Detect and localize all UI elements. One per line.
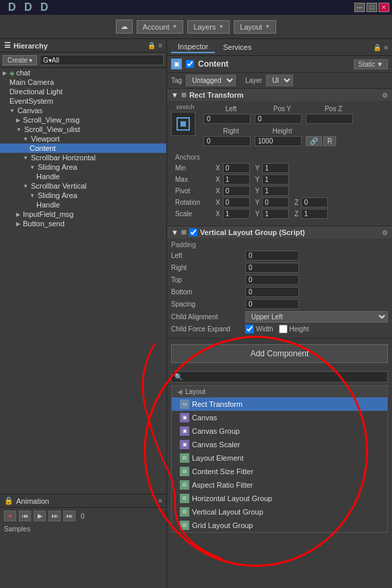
right-field[interactable] [203,136,251,146]
height-col-label: Height [259,127,306,135]
component-icon: ▣ [171,59,182,69]
padding-left-input[interactable] [245,251,299,261]
constraint-button[interactable]: 🔗 [306,136,322,146]
lock-icon[interactable]: 🔒 [148,42,156,49]
menu-icon[interactable]: ≡ [158,42,162,49]
pos-z-field[interactable] [306,114,353,124]
hierarchy-item-canvas[interactable]: ▼ Canvas [0,106,166,115]
rot-z-field[interactable] [301,197,328,207]
layout-dropdown[interactable]: Layout ▼ [234,20,276,34]
account-dropdown[interactable]: Account ▼ [137,20,184,34]
comp-item-canvas-scaler[interactable]: ▣ Canvas Scaler [172,438,387,451]
hierarchy-item-scrollbar-vertical[interactable]: ▼ Scrollbar Vertical [0,181,166,191]
child-alignment-row: Child Alignment Upper Left Upper Center … [171,311,388,323]
component-search-input[interactable] [185,372,387,382]
hierarchy-item-chat[interactable]: ▶ ◈ chat [0,68,166,77]
maximize-button[interactable]: □ [366,3,377,12]
anim-play-button[interactable]: ▶ [34,511,46,521]
minimize-button[interactable]: — [354,3,365,12]
hierarchy-item-directional-light[interactable]: Directional Light [0,87,166,96]
tag-label: Tag [171,77,182,84]
comp-item-layout-element[interactable]: ⊟ Layout Element [172,451,387,465]
min-x-field[interactable] [223,163,250,173]
tab-inspector[interactable]: Inspector [171,41,215,53]
padding-right-input[interactable] [245,263,299,273]
close-button[interactable]: ✕ [379,3,389,12]
vlg-enabled-checkbox[interactable] [189,228,197,236]
r-button[interactable]: R [323,136,336,146]
inspector-tabs: Inspector Services [171,41,258,53]
lock-anim-icon[interactable]: 🔒 [4,496,13,505]
add-component-button[interactable]: Add Component [171,344,388,363]
max-x-field[interactable] [223,174,250,185]
left-field[interactable] [203,114,251,124]
width-checkbox[interactable] [245,325,254,333]
comp-item-horizontal-layout-group[interactable]: ⊟ Horizontal Layout Group [172,492,387,505]
account-arrow-icon: ▼ [172,24,177,30]
hierarchy-item-scrollbar-horizontal[interactable]: ▼ Scrollbar Horizontal [0,153,166,162]
hierarchy-item-sliding-area-v[interactable]: ▼ Sliding Area [0,191,166,200]
anim-next-button[interactable]: ⏭ [63,511,75,521]
child-force-expand-label: Child Force Expand [171,325,245,333]
rt-settings-icon[interactable]: ⚙ [382,92,388,99]
layout-section-header[interactable]: ◀ Layout [172,386,387,397]
rect-transform-header[interactable]: ▼ ⊞ Rect Transform ⚙ [167,89,392,101]
pivot-x-field[interactable] [223,186,250,196]
scale-z-field[interactable] [301,209,328,219]
scale-x-field[interactable] [223,209,250,219]
comp-item-content-size-fitter[interactable]: ⊟ Content Size Fitter [172,465,387,478]
vlg-grid-icon: ⊞ [181,229,187,236]
tag-dropdown[interactable]: Untagged [186,75,236,86]
anim-prev-button[interactable]: ⏮ [19,511,31,521]
child-alignment-dropdown[interactable]: Upper Left Upper Center Upper Right [245,311,388,323]
min-y-field[interactable] [262,163,289,173]
hierarchy-item-content[interactable]: Content [0,143,166,153]
padding-bottom-input[interactable] [245,287,299,297]
inspector-menu-icon[interactable]: ≡ [384,44,388,51]
hierarchy-search[interactable] [40,55,164,65]
cloud-button[interactable]: ☁ [116,20,133,34]
rot-y-field[interactable] [262,197,289,207]
anim-menu-icon[interactable]: ≡ [158,497,162,504]
vlg-settings-icon[interactable]: ⚙ [382,229,388,236]
layer-dropdown[interactable]: UI [266,75,293,86]
anim-step-button[interactable]: ⏭ [48,511,61,521]
hierarchy-item-scroll-view-ulist[interactable]: ▼ Scroll_View_ulist [0,125,166,134]
stretch-widget[interactable] [171,112,195,136]
comp-item-rect-transform[interactable]: ▭ Rect Transform [172,397,387,411]
comp-item-aspect-ratio-fitter[interactable]: ⊟ Aspect Ratio Fitter [172,478,387,492]
hierarchy-header: ☰ Hierarchy 🔒 ≡ [0,39,166,53]
padding-top-input[interactable] [245,275,299,285]
tab-services[interactable]: Services [216,42,258,53]
pos-y-field[interactable] [255,114,302,124]
hierarchy-item-button-send[interactable]: ▶ Button_send [0,219,166,228]
add-component-section: Add Component [167,339,392,368]
max-y-field[interactable] [262,174,289,185]
create-button[interactable]: Create ▾ [3,55,37,65]
hierarchy-item-scroll-view-msg[interactable]: ▶ Scroll_View_msg [0,115,166,125]
hierarchy-item-eventsystem[interactable]: EventSystem [0,96,166,106]
comp-item-canvas-group[interactable]: ▣ Canvas Group [172,424,387,438]
hierarchy-item-viewport[interactable]: ▼ Viewport [0,134,166,143]
hierarchy-item-main-camera[interactable]: Main Camera [0,77,166,87]
scale-y-field[interactable] [262,209,289,219]
pivot-y-field[interactable] [262,186,289,196]
vlg-section-header[interactable]: ▼ ⊞ Vertical Layout Group (Script) ⚙ [167,226,392,238]
rot-x-field[interactable] [223,197,250,207]
layers-dropdown[interactable]: Layers ▼ [187,20,230,34]
static-dropdown[interactable]: Static ▼ [354,59,388,69]
inspector-lock-icon[interactable]: 🔒 [373,44,381,51]
padding-left-label: Left [171,252,245,259]
comp-item-grid-layout-group[interactable]: ⊟ Grid Layout Group [172,519,387,532]
hierarchy-item-inputfield[interactable]: ▶ InputField_msg [0,209,166,219]
hierarchy-item-handle-v[interactable]: Handle [0,200,166,209]
hierarchy-item-sliding-area[interactable]: ▼ Sliding Area [0,162,166,172]
height-checkbox[interactable] [279,325,288,333]
anim-record-button[interactable]: ● [4,511,16,521]
hierarchy-item-handle[interactable]: Handle [0,172,166,181]
comp-item-canvas[interactable]: ▣ Canvas [172,411,387,424]
height-field[interactable] [255,136,302,146]
spacing-input[interactable] [245,299,299,309]
component-enabled-checkbox[interactable] [186,60,194,68]
comp-item-vertical-layout-group[interactable]: ⊟ Vertical Layout Group [172,505,387,519]
